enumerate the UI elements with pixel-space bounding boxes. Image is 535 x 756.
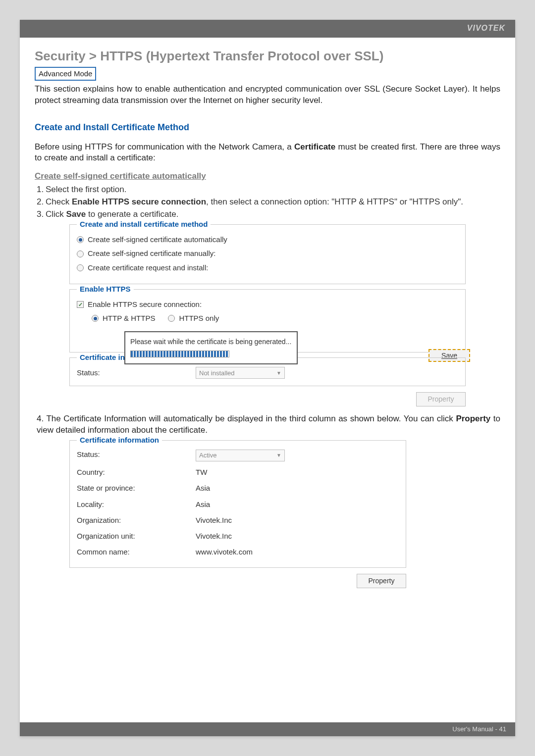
radio-label: HTTP & HTTPS xyxy=(103,313,155,323)
cert-row: Status: Active ▼ xyxy=(77,447,399,464)
cert-row: Organization: Vivotek.Inc xyxy=(77,512,399,528)
status-dropdown[interactable]: Active ▼ xyxy=(196,450,285,461)
radio-opt1[interactable]: Create self-signed certificate automatic… xyxy=(77,235,458,245)
section-heading: Create and Install Certificate Method xyxy=(35,121,500,133)
status-label: Status: xyxy=(77,368,186,378)
check-enable-https[interactable]: Enable HTTPS secure connection: xyxy=(77,300,458,309)
chevron-down-icon: ▼ xyxy=(276,370,281,377)
checkbox-label: Enable HTTPS secure connection: xyxy=(88,300,202,309)
cert-value: Vivotek.Inc xyxy=(196,515,399,525)
cert-row: State or province: Asia xyxy=(77,480,399,496)
advanced-mode-badge: Advanced Mode xyxy=(35,67,96,81)
cert-value: Asia xyxy=(196,500,399,509)
property-button-disabled[interactable]: Property xyxy=(416,392,466,406)
legend-method: Create and install certificate method xyxy=(77,219,211,229)
cert-key: Organization unit: xyxy=(77,531,196,541)
step-3: 3.Click Save to generate a certificate. xyxy=(37,209,500,220)
status-value: Not installed xyxy=(199,369,235,378)
intro-paragraph: This section explains how to enable auth… xyxy=(35,84,500,106)
step-1: 1.Select the first option. xyxy=(37,184,500,196)
lead-paragraph: Before using HTTPS for communication wit… xyxy=(35,142,500,164)
radio-label: Create certificate request and install: xyxy=(88,263,208,273)
steps-list: 1.Select the first option. 2.Check Enabl… xyxy=(35,184,500,220)
radio-icon[interactable] xyxy=(168,315,175,322)
radio-icon[interactable] xyxy=(92,315,99,322)
cert-key: Country: xyxy=(77,467,196,477)
radio-icon[interactable] xyxy=(77,264,84,271)
cert-row: Country: TW xyxy=(77,464,399,480)
radio-label: HTTPS only xyxy=(179,313,219,323)
cert-row: Common name: www.vivotek.com xyxy=(77,544,399,560)
ui-screenshot-2: Certificate information Status: Active ▼… xyxy=(69,440,406,588)
step-2: 2.Check Enable HTTPS secure connection, … xyxy=(37,197,500,208)
status-value: Active xyxy=(199,451,216,460)
radio-label: Create self-signed certificate manually: xyxy=(88,249,215,258)
checkbox-icon[interactable] xyxy=(77,301,84,308)
radio-opt2[interactable]: Create self-signed certificate manually: xyxy=(77,249,458,258)
progress-bar xyxy=(130,351,229,357)
radio-opt3[interactable]: Create certificate request and install: xyxy=(77,263,458,273)
sub-heading: Create self-signed certificate automatic… xyxy=(35,171,500,182)
cert-key: Status: xyxy=(77,450,196,461)
enable-https-fieldset: Enable HTTPS Enable HTTPS secure connect… xyxy=(69,289,466,353)
status-dropdown[interactable]: Not installed ▼ xyxy=(196,367,285,379)
chevron-down-icon: ▼ xyxy=(276,452,281,459)
cert-value: Vivotek.Inc xyxy=(196,531,399,541)
ui-screenshot-1: Create and install certificate method Cr… xyxy=(69,224,466,406)
radio-label: Create self-signed certificate automatic… xyxy=(88,235,227,245)
cert-row: Locality: Asia xyxy=(77,497,399,512)
modal-text: Please wait while the certificate is bei… xyxy=(130,337,292,347)
header-brand: VIVOTEK xyxy=(20,20,515,38)
legend-enable: Enable HTTPS xyxy=(77,284,134,294)
cert-value: Asia xyxy=(196,483,399,493)
page-title: Security > HTTPS (Hypertext Transfer Pro… xyxy=(35,48,500,65)
certificate-method-fieldset: Create and install certificate method Cr… xyxy=(69,224,466,284)
step-4: 4. The Certificate Information will auto… xyxy=(35,413,500,436)
cert-key: Locality: xyxy=(77,500,196,509)
generating-modal: Please wait while the certificate is bei… xyxy=(124,331,298,364)
radio-icon[interactable] xyxy=(77,236,84,243)
connection-options: HTTP & HTTPS HTTPS only xyxy=(92,313,458,323)
cert-info-fieldset-2: Certificate information Status: Active ▼… xyxy=(69,440,406,568)
radio-icon[interactable] xyxy=(77,251,84,257)
cert-value: TW xyxy=(196,467,399,477)
cert-value: www.vivotek.com xyxy=(196,547,399,557)
legend-certinfo: Certificate information xyxy=(77,435,162,445)
cert-key: State or province: xyxy=(77,483,196,493)
cert-key: Common name: xyxy=(77,547,196,557)
cert-key: Organization: xyxy=(77,515,196,525)
page-footer: User's Manual - 41 xyxy=(20,722,515,736)
cert-row: Organization unit: Vivotek.Inc xyxy=(77,528,399,544)
property-button[interactable]: Property xyxy=(357,574,406,588)
